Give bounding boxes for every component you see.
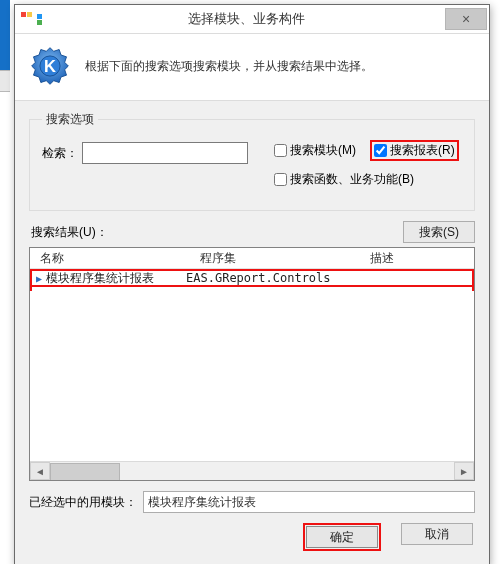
- search-input[interactable]: [82, 142, 248, 164]
- selected-module-field[interactable]: [143, 491, 475, 513]
- banner: K 根据下面的搜索选项搜索模块，并从搜索结果中选择。: [15, 34, 489, 101]
- col-assembly[interactable]: 程序集: [190, 250, 360, 267]
- title-bar: 选择模块、业务构件 ×: [15, 5, 489, 34]
- options-legend: 搜索选项: [42, 111, 98, 128]
- checkbox-function-label: 搜索函数、业务功能(B): [290, 171, 414, 188]
- checkbox-search-module[interactable]: 搜索模块(M): [274, 142, 356, 159]
- banner-text: 根据下面的搜索选项搜索模块，并从搜索结果中选择。: [85, 58, 373, 75]
- close-icon: ×: [462, 11, 470, 27]
- selected-label: 已经选中的用模块：: [29, 494, 137, 511]
- checkbox-search-report[interactable]: 搜索报表(R): [374, 142, 455, 159]
- scroll-track[interactable]: [50, 463, 454, 479]
- cell-name: 模块程序集统计报表: [46, 270, 186, 287]
- checkbox-search-function[interactable]: 搜索函数、业务功能(B): [274, 171, 414, 188]
- checkbox-module-label: 搜索模块(M): [290, 142, 356, 159]
- checkbox-report-label: 搜索报表(R): [390, 142, 455, 159]
- cancel-button[interactable]: 取消: [401, 523, 473, 545]
- checkbox-module-input[interactable]: [274, 144, 287, 157]
- results-rows: ▶ 模块程序集统计报表 EAS.GReport.Controls: [30, 269, 474, 461]
- checkbox-report-input[interactable]: [374, 144, 387, 157]
- scroll-right-icon[interactable]: ►: [454, 462, 474, 480]
- row-arrow-icon: ▶: [30, 273, 46, 284]
- results-header: 名称 程序集 描述: [30, 248, 474, 269]
- close-button[interactable]: ×: [445, 8, 487, 30]
- search-button[interactable]: 搜索(S): [403, 221, 475, 243]
- window-title: 选择模块、业务构件: [188, 10, 305, 28]
- results-label: 搜索结果(U)：: [31, 224, 108, 241]
- dialog-footer: 确定 取消: [29, 513, 475, 551]
- col-desc[interactable]: 描述: [360, 250, 474, 267]
- annotation-ok-button: 确定: [303, 523, 381, 551]
- checkbox-function-input[interactable]: [274, 173, 287, 186]
- search-label: 检索：: [42, 145, 78, 162]
- horizontal-scrollbar[interactable]: ◄ ►: [30, 461, 474, 480]
- list-item[interactable]: ▶ 模块程序集统计报表 EAS.GReport.Controls: [30, 269, 474, 287]
- results-list: 名称 程序集 描述 ▶ 模块程序集统计报表 EAS.GReport.Contro…: [29, 247, 475, 481]
- annotation-report-checkbox: 搜索报表(R): [370, 140, 459, 161]
- module-picker-dialog: 选择模块、业务构件 × K 根据下面的搜索选项搜索模块，并从: [14, 4, 490, 564]
- col-name[interactable]: 名称: [30, 250, 190, 267]
- app-icon-part2: [37, 14, 43, 25]
- scroll-left-icon[interactable]: ◄: [30, 462, 50, 480]
- scroll-thumb[interactable]: [50, 463, 120, 481]
- app-icon: [21, 12, 33, 26]
- search-options-group: 搜索选项 检索： 搜索模块(M) 搜: [29, 111, 475, 211]
- ok-button[interactable]: 确定: [306, 526, 378, 548]
- cell-assembly: EAS.GReport.Controls: [186, 271, 366, 285]
- gear-k-icon: K: [27, 44, 73, 88]
- svg-text:K: K: [44, 57, 56, 75]
